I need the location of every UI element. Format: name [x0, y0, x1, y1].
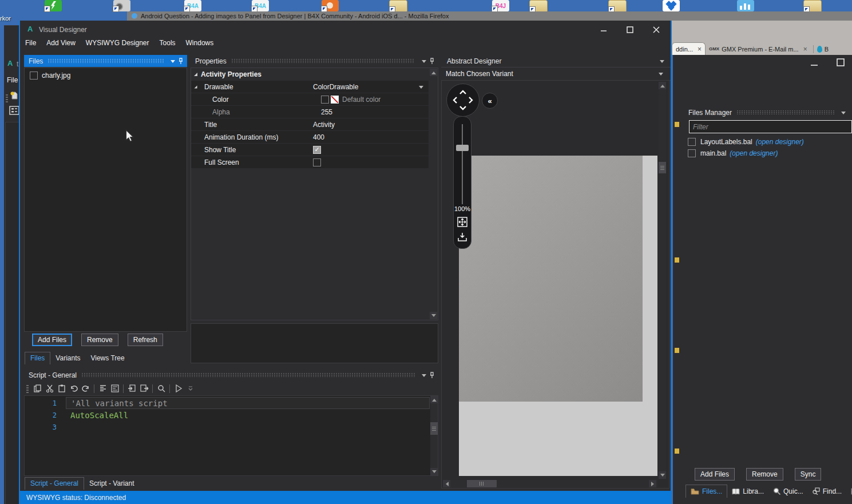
chevron-down-icon[interactable]: [659, 73, 663, 78]
properties-panel-header[interactable]: Properties: [191, 55, 438, 67]
property-row-alpha[interactable]: Alpha 255: [191, 106, 429, 118]
new-file-icon[interactable]: [10, 91, 19, 102]
menu-add-view[interactable]: Add View: [46, 39, 75, 47]
overflow-icon[interactable]: [185, 383, 196, 394]
menu-wysiwyg-designer[interactable]: WYSIWYG Designer: [86, 39, 149, 47]
full-screen-checkbox[interactable]: [313, 158, 321, 166]
file-checkbox[interactable]: [30, 72, 38, 80]
grid-view-icon[interactable]: [9, 106, 19, 117]
pin-icon[interactable]: [429, 58, 435, 65]
chevron-down-icon[interactable]: [422, 374, 426, 379]
tab-script-general[interactable]: Script - General: [25, 477, 84, 490]
menu-file[interactable]: File: [7, 76, 18, 84]
expander-icon[interactable]: [194, 73, 197, 76]
copy-icon[interactable]: [32, 383, 43, 394]
property-row-animation-duration[interactable]: Animation Duration (ms) 400: [191, 131, 429, 143]
tab-views-tree[interactable]: Views Tree: [85, 352, 129, 364]
b4j-shortcut-icon[interactable]: B4J: [492, 0, 509, 11]
minimize-button[interactable]: [595, 23, 612, 36]
expander-icon[interactable]: [194, 85, 197, 88]
refresh-button[interactable]: Refresh: [128, 334, 163, 346]
abstract-designer-header[interactable]: Abstract Designer: [441, 55, 671, 67]
tab-quick-search[interactable]: Quic...: [768, 485, 808, 498]
add-files-button[interactable]: Add Files: [32, 334, 72, 346]
scroll-up-button[interactable]: [659, 82, 666, 89]
property-row-title[interactable]: Title Activity: [191, 118, 429, 130]
chevron-down-icon[interactable]: [660, 60, 664, 65]
canvas-vscrollbar[interactable]: [659, 82, 666, 479]
property-value[interactable]: Activity: [313, 121, 335, 129]
menu-tools[interactable]: Tools: [160, 39, 176, 47]
sync-button[interactable]: Sync: [795, 468, 822, 481]
file-checkbox[interactable]: [688, 138, 696, 146]
property-value[interactable]: ColorDrawable: [313, 83, 358, 91]
vscroll-thumb[interactable]: [430, 422, 438, 435]
chevron-down-icon[interactable]: [422, 60, 426, 65]
zoom-slider-track[interactable]: [462, 124, 463, 204]
maximize-button[interactable]: [832, 56, 849, 69]
browser-tab-active[interactable]: ddin... ×: [672, 42, 706, 55]
property-row-full-screen[interactable]: Full Screen: [191, 156, 429, 168]
properties-scrollbar[interactable]: [430, 69, 437, 319]
load-layout-icon[interactable]: [457, 232, 467, 244]
fit-to-screen-icon[interactable]: [457, 217, 467, 229]
tab-partial[interactable]: [846, 485, 852, 498]
undo-icon[interactable]: [68, 383, 79, 394]
scroll-down-button[interactable]: [430, 312, 437, 319]
file-list-item[interactable]: LayoutLabels.bal (open designer): [684, 136, 852, 148]
b4a-shortcut-icon-2[interactable]: B4A: [252, 0, 269, 11]
property-row-color[interactable]: Color Default color: [191, 93, 429, 105]
property-row-show-title[interactable]: Show Title ✓: [191, 144, 429, 156]
close-tab-icon[interactable]: ×: [803, 45, 807, 53]
file-list-item[interactable]: charly.jpg: [25, 68, 187, 80]
tab-files[interactable]: Files: [25, 352, 50, 364]
script-editor[interactable]: 1 'All variants script 2 AutoScaleAll 3: [24, 395, 438, 476]
property-value[interactable]: 400: [313, 133, 324, 141]
files-panel-header[interactable]: Files: [24, 55, 187, 67]
show-title-checkbox[interactable]: ✓: [313, 146, 321, 154]
flash-tool-icon[interactable]: [45, 0, 62, 11]
scroll-left-button[interactable]: [443, 480, 450, 487]
color-checkbox[interactable]: [321, 96, 329, 104]
minimize-button[interactable]: [806, 57, 823, 70]
color-swatch[interactable]: [331, 96, 339, 104]
vscroll-thumb[interactable]: [659, 162, 666, 173]
folder-icon-3[interactable]: [608, 0, 627, 13]
folder-icon-4[interactable]: [803, 0, 822, 13]
browser-tab-b4x[interactable]: B: [825, 43, 829, 55]
camera-tool-icon[interactable]: [113, 0, 130, 11]
browser-tab-gmx[interactable]: GMX GMX Premium - E-Mail m... ×: [706, 43, 811, 55]
files-manager-header[interactable]: Files Manager: [684, 106, 852, 118]
close-tab-icon[interactable]: ×: [698, 45, 702, 53]
property-row-drawable[interactable]: Drawable ColorDrawable: [191, 81, 429, 93]
code-line-1[interactable]: 1 'All variants script: [25, 397, 438, 409]
tab-find-references[interactable]: Find...: [808, 485, 846, 498]
scroll-down-button[interactable]: [430, 468, 438, 475]
property-group-header[interactable]: Activity Properties: [191, 68, 438, 81]
activity-area[interactable]: [459, 156, 643, 402]
menu-windows[interactable]: Windows: [186, 39, 214, 47]
chevron-down-icon[interactable]: [171, 60, 175, 65]
file-list-item[interactable]: main.bal (open designer): [684, 148, 852, 159]
script-panel-header[interactable]: Script - General: [24, 369, 438, 381]
open-designer-link[interactable]: (open designer): [730, 149, 778, 157]
folder-icon[interactable]: [389, 0, 407, 13]
dpad-control[interactable]: [446, 84, 480, 117]
chart-app-icon[interactable]: [737, 0, 754, 11]
redo-icon[interactable]: [80, 383, 91, 394]
scroll-down-button[interactable]: [659, 471, 666, 479]
pin-icon[interactable]: [178, 58, 184, 65]
tab-variants[interactable]: Variants: [50, 352, 85, 364]
orange-app-icon[interactable]: [322, 0, 339, 11]
chevron-down-icon[interactable]: [419, 86, 423, 91]
tab-files-manager[interactable]: Files...: [685, 485, 727, 498]
property-value[interactable]: 255: [321, 108, 332, 116]
file-checkbox[interactable]: [688, 149, 696, 157]
remove-button[interactable]: Remove: [81, 334, 118, 346]
pin-icon[interactable]: [429, 372, 435, 379]
remove-button[interactable]: Remove: [746, 468, 783, 481]
zoom-slider[interactable]: 100%: [453, 116, 471, 249]
cut-icon[interactable]: [44, 383, 55, 394]
tab-libraries[interactable]: Libra...: [727, 485, 768, 498]
canvas-hscrollbar[interactable]: [443, 480, 657, 487]
